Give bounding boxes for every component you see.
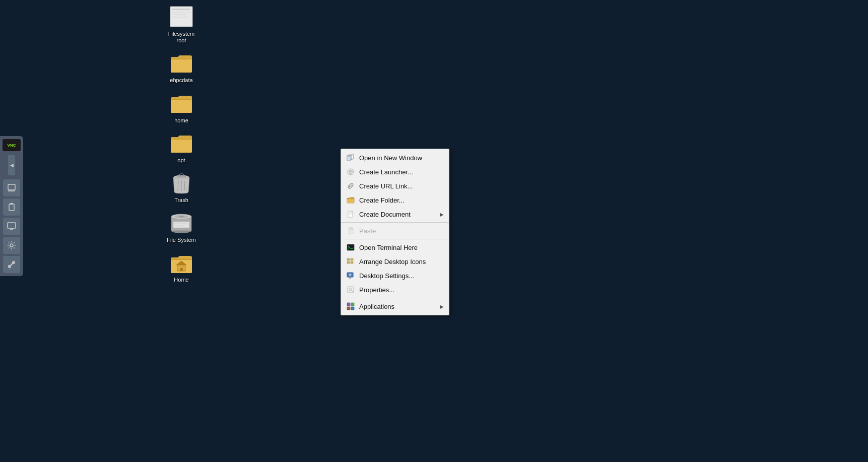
svg-rect-12: [172, 9, 190, 10]
menu-item-desktop-settings[interactable]: Desktop Settings...: [341, 269, 449, 283]
svg-rect-64: [347, 307, 350, 310]
svg-rect-0: [8, 184, 15, 190]
menu-separator-1: [341, 222, 449, 223]
applications-label: Applications: [359, 303, 394, 310]
sidebar-tools-button[interactable]: [3, 256, 20, 273]
paste-icon: [346, 226, 355, 235]
vnc-logo-text: VNC: [8, 143, 16, 148]
menu-item-applications[interactable]: Applications ▶: [341, 299, 449, 313]
desktop-icon-trash[interactable]: Trash: [161, 171, 202, 204]
desktop-icons-area: Filesystem root ehpcdata home: [161, 0, 202, 288]
paste-label: Paste: [359, 227, 376, 235]
svg-rect-49: [347, 244, 354, 250]
svg-rect-3: [10, 203, 13, 205]
properties-label: Properties...: [359, 286, 394, 294]
create-launcher-label: Create Launcher...: [359, 168, 413, 176]
terminal-icon: [346, 243, 355, 252]
menu-item-paste: Paste: [341, 224, 449, 238]
sidebar-screen-button[interactable]: [3, 218, 20, 235]
opt-folder-icon: [169, 131, 193, 156]
file-system-label: File System: [165, 236, 197, 244]
svg-point-27: [179, 216, 184, 218]
applications-arrow: ▶: [440, 304, 444, 309]
desktop-icon-opt[interactable]: opt: [161, 131, 202, 164]
svg-rect-51: [347, 258, 350, 260]
arrange-icons-label: Arrange Desktop Icons: [359, 258, 426, 266]
home2-label: Home: [172, 276, 190, 284]
opt-folder-label: opt: [175, 157, 187, 164]
sidebar-edit-button[interactable]: [3, 179, 20, 196]
create-document-label: Create Document: [359, 211, 411, 218]
filesystem-root-icon: [169, 5, 193, 29]
open-new-window-label: Open in New Window: [359, 154, 422, 162]
desktop-settings-icon: [346, 271, 355, 280]
menu-item-create-folder[interactable]: Create Folder...: [341, 193, 449, 207]
sidebar-clipboard-button[interactable]: [3, 199, 20, 216]
svg-point-57: [349, 274, 352, 276]
applications-left: Applications: [346, 302, 394, 311]
trash-label: Trash: [172, 196, 190, 204]
vnc-sidebar: VNC ◀: [0, 136, 23, 276]
context-menu: Open in New Window Create Launcher... Cr…: [341, 149, 449, 315]
trash-icon: [169, 171, 193, 195]
svg-rect-62: [347, 303, 350, 306]
file-system-disk-icon: [169, 211, 193, 235]
svg-line-39: [350, 185, 352, 187]
desktop-icon-home[interactable]: home: [161, 92, 202, 124]
create-document-icon: [346, 210, 355, 219]
menu-separator-3: [341, 298, 449, 298]
vnc-logo: VNC: [3, 139, 21, 151]
desktop-icon-file-system[interactable]: File System: [161, 211, 202, 244]
menu-item-create-document[interactable]: Create Document ▶: [341, 207, 449, 221]
applications-icon: [346, 302, 355, 311]
svg-rect-63: [351, 303, 354, 306]
menu-item-arrange-icons[interactable]: Arrange Desktop Icons: [341, 254, 449, 269]
menu-item-properties[interactable]: Properties...: [341, 283, 449, 297]
svg-rect-53: [351, 258, 353, 260]
create-launcher-icon: [346, 167, 355, 176]
desktop-icon-home2[interactable]: Home: [161, 251, 202, 284]
properties-icon: [346, 285, 355, 294]
svg-rect-4: [8, 223, 16, 228]
svg-rect-2: [9, 204, 14, 211]
menu-item-open-new-window[interactable]: Open in New Window: [341, 151, 449, 165]
menu-separator-2: [341, 239, 449, 239]
desktop-icon-ehpcdata[interactable]: ehpcdata: [161, 51, 202, 84]
create-url-link-label: Create URL Link...: [359, 182, 413, 190]
svg-rect-13: [172, 12, 190, 13]
svg-rect-15: [172, 17, 188, 18]
svg-rect-54: [351, 261, 353, 263]
create-document-arrow: ▶: [440, 212, 444, 217]
home-folder-icon: [169, 92, 193, 116]
create-document-left: Create Document: [346, 210, 411, 219]
svg-line-8: [9, 262, 14, 267]
open-new-window-icon: [346, 153, 355, 162]
svg-point-61: [350, 288, 352, 291]
svg-rect-33: [180, 268, 183, 271]
home2-folder-icon: [169, 251, 193, 275]
svg-rect-45: [349, 228, 353, 229]
sidebar-settings-button[interactable]: [3, 237, 20, 254]
arrange-icons-icon: [346, 257, 355, 266]
create-folder-label: Create Folder...: [359, 196, 405, 204]
svg-rect-14: [172, 14, 186, 15]
filesystem-root-label: Filesystem root: [161, 30, 202, 44]
svg-rect-65: [351, 307, 354, 310]
svg-rect-28: [173, 222, 189, 228]
svg-point-7: [10, 244, 13, 247]
ehpcdata-label: ehpcdata: [168, 77, 194, 84]
create-folder-icon: [346, 195, 355, 205]
menu-item-create-url-link[interactable]: Create URL Link...: [341, 179, 449, 193]
create-url-link-icon: [346, 181, 355, 190]
desktop-icon-filesystem-root[interactable]: Filesystem root: [161, 5, 202, 44]
svg-rect-52: [347, 261, 350, 263]
sidebar-collapse-button[interactable]: ◀: [8, 155, 15, 175]
home-folder-label: home: [172, 117, 190, 124]
menu-item-open-terminal[interactable]: Open Terminal Here: [341, 240, 449, 254]
open-terminal-label: Open Terminal Here: [359, 244, 418, 251]
desktop-settings-label: Desktop Settings...: [359, 272, 414, 280]
menu-item-create-launcher[interactable]: Create Launcher...: [341, 165, 449, 179]
ehpcdata-folder-icon: [169, 51, 193, 76]
